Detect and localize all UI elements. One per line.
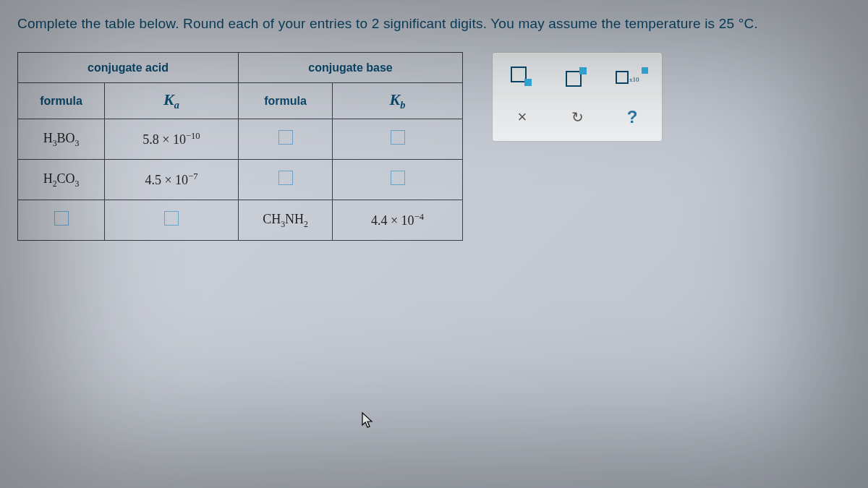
blank-input[interactable] [54, 211, 69, 226]
cell-kb[interactable] [333, 119, 463, 160]
reset-icon: ↻ [571, 108, 584, 126]
svg-rect-6 [642, 67, 648, 74]
instruction-text: Complete the table below. Round each of … [17, 16, 851, 32]
tool-help[interactable]: ? [615, 103, 650, 131]
blank-input[interactable] [164, 211, 179, 226]
conjugate-table: conjugate acid conjugate base formula Ka… [17, 52, 463, 241]
blank-input[interactable] [391, 171, 405, 185]
table-row: H3BO3 5.8 × 10−10 [18, 119, 463, 160]
svg-rect-2 [566, 72, 581, 86]
svg-rect-4 [616, 72, 628, 83]
cell-base-formula[interactable] [239, 119, 333, 160]
svg-text:x10: x10 [629, 76, 639, 83]
table-row: CH3NH2 4.4 × 10−4 [18, 200, 463, 241]
blank-input[interactable] [278, 171, 293, 185]
cursor-icon [362, 412, 375, 429]
tool-subscript[interactable] [505, 63, 540, 90]
cell-kb: 4.4 × 10−4 [333, 200, 463, 241]
tool-superscript[interactable] [560, 63, 595, 90]
cell-acid-formula[interactable] [18, 200, 105, 241]
tool-clear[interactable]: × [505, 103, 540, 131]
tool-reset[interactable]: ↻ [560, 103, 595, 131]
cell-base-formula: CH3NH2 [239, 200, 333, 241]
blank-input[interactable] [278, 130, 293, 145]
cell-ka: 4.5 × 10−7 [105, 160, 239, 200]
header-formula-acid: formula [18, 83, 105, 119]
tool-sci-notation[interactable]: x10 [615, 63, 650, 90]
svg-rect-1 [524, 79, 532, 86]
blank-input[interactable] [391, 130, 405, 145]
cell-acid-formula: H3BO3 [18, 119, 105, 160]
svg-rect-3 [579, 67, 587, 74]
tool-palette: x10 × ↻ ? [492, 52, 663, 142]
cell-kb[interactable] [333, 160, 463, 200]
header-kb: Kb [333, 83, 463, 119]
cell-ka: 5.8 × 10−10 [105, 119, 239, 160]
header-conjugate-base: conjugate base [239, 53, 463, 83]
help-icon: ? [627, 107, 638, 127]
cell-acid-formula: H2CO3 [18, 160, 105, 200]
svg-rect-0 [511, 67, 526, 82]
cell-base-formula[interactable] [239, 160, 333, 200]
x-icon: × [518, 108, 527, 127]
header-conjugate-acid: conjugate acid [18, 53, 239, 83]
header-ka: Ka [105, 83, 239, 119]
header-formula-base: formula [239, 83, 333, 119]
table-row: H2CO3 4.5 × 10−7 [18, 160, 463, 200]
cell-ka[interactable] [105, 200, 239, 241]
